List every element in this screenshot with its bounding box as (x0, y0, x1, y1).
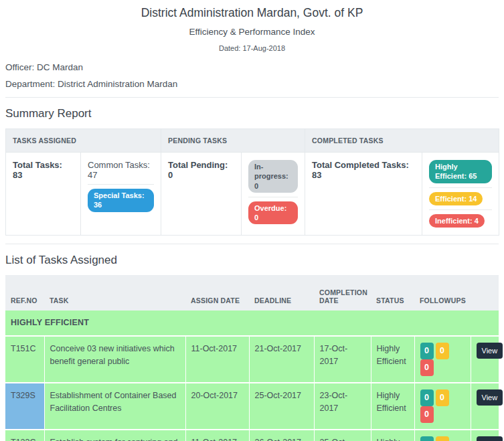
task-assign-date: 11-Oct-2017 (185, 336, 249, 383)
followup-yellow-count-badge: 0 (436, 436, 449, 441)
col-followups: FOLLOWUPS (414, 275, 471, 311)
task-deadline: 21-Oct-2017 (249, 336, 314, 383)
col-assign-date: ASSIGN DATE (185, 275, 249, 311)
table-row: T123C Establish system for capturing and… (5, 430, 499, 441)
task-status: Highly Efficient (371, 430, 414, 441)
department-label: Department: District Administration Mard… (5, 79, 499, 89)
divider (5, 244, 499, 244)
efficient-badge: Efficient: 14 (429, 192, 483, 205)
task-description: Establishment of Container Based Facilit… (44, 383, 185, 430)
task-followups: 000 (414, 430, 471, 441)
summary-report-heading: Summary Report (5, 107, 499, 120)
special-tasks-badge: Special Tasks: 36 (88, 189, 154, 212)
task-status: Highly Efficient (371, 336, 414, 383)
section-label: HIGHLY EFFICIENT (5, 311, 499, 336)
view-button[interactable]: View (477, 436, 503, 441)
followup-teal-count-badge: 0 (420, 436, 434, 441)
task-completion-date: 17-Oct-2017 (314, 336, 371, 383)
page-title: District Administration Mardan, Govt. of… (5, 6, 499, 20)
summary-table: TASKS ASSIGNED PENDING TASKS COMPLETED T… (5, 128, 499, 236)
col-status: STATUS (371, 275, 414, 311)
followup-yellow-count-badge: 0 (436, 343, 449, 359)
table-row: T329S Establishment of Container Based F… (5, 383, 499, 430)
task-status: Highly Efficient (371, 383, 414, 430)
divider (5, 97, 499, 98)
inefficient-badge: Inefficient: 4 (429, 214, 485, 228)
task-description: Conceive 03 new initiatives which benefi… (44, 336, 185, 383)
total-completed-stat: Total Completed Tasks: 83 (312, 160, 409, 180)
table-row: T151C Conceive 03 new initiatives which … (5, 336, 499, 383)
report-date: Dated: 17-Aug-2018 (5, 44, 499, 52)
page-subtitle: Efficiency & Performance Index (5, 27, 499, 37)
task-ref-no: T151C (5, 336, 44, 383)
task-description: Establish system for capturing and archi… (44, 430, 185, 441)
task-completion-date: 25-Oct-2017 (314, 430, 371, 441)
col-completion-date: COMPLETION DATE (314, 275, 371, 311)
followup-yellow-count-badge: 0 (436, 389, 449, 406)
task-assign-date: 11-Oct-2017 (185, 430, 249, 441)
summary-col-completed-tasks: COMPLETED TASKS (305, 129, 499, 153)
highly-efficient-badge: Highly Efficient: 65 (429, 160, 492, 183)
report-page: District Administration Mardan, Govt. of… (0, 6, 504, 441)
followup-red-count-badge: 0 (420, 359, 434, 376)
total-tasks-stat: Total Tasks: 83 (13, 160, 62, 180)
col-deadline: DEADLINE (249, 275, 314, 311)
followup-teal-count-badge: 0 (420, 389, 434, 406)
section-row-highly-efficient: HIGHLY EFFICIENT (5, 311, 499, 336)
task-actions-cell: View (471, 336, 499, 383)
view-button[interactable]: View (477, 343, 503, 359)
followup-teal-count-badge: 0 (420, 343, 434, 359)
task-deadline: 26-Oct-2017 (249, 430, 314, 441)
task-completion-date: 23-Oct-2017 (314, 383, 371, 430)
col-actions (471, 275, 499, 311)
common-tasks-stat: Common Tasks: 47 (88, 160, 154, 185)
overdue-badge: Overdue: 0 (248, 201, 298, 225)
col-task: TASK (44, 275, 185, 311)
tasks-table: REF.NO TASK ASSIGN DATE DEADLINE COMPLET… (5, 275, 499, 441)
summary-col-pending-tasks: PENDING TASKS (161, 129, 305, 153)
view-button[interactable]: View (477, 389, 503, 406)
task-assign-date: 20-Oct-2017 (185, 383, 249, 430)
task-actions-cell: View (471, 430, 499, 441)
in-progress-badge: In-progress: 0 (248, 160, 298, 193)
followup-red-count-badge: 0 (420, 406, 434, 423)
tasks-list-heading: List of Tasks Assigned (5, 254, 499, 267)
task-deadline: 25-Oct-2017 (249, 383, 314, 430)
task-ref-no: T329S (5, 383, 44, 430)
summary-col-tasks-assigned: TASKS ASSIGNED (6, 129, 161, 153)
task-followups: 000 (414, 383, 471, 430)
officer-label: Officer: DC Mardan (5, 62, 499, 72)
task-actions-cell: View (471, 383, 499, 430)
task-ref-no: T123C (5, 430, 44, 441)
col-ref-no: REF.NO (5, 275, 44, 311)
task-followups: 000 (414, 336, 471, 383)
total-pending-stat: Total Pending: 0 (168, 160, 228, 180)
